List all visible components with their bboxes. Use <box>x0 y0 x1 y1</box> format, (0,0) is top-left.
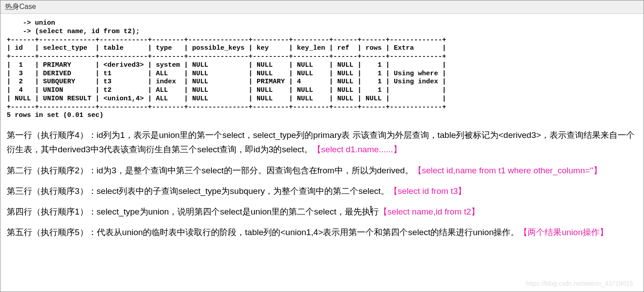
p2-text: 第二行（执行顺序2）：id为3，是整个查询中第三个select的一部分。因查询包… <box>7 166 413 175</box>
paragraph-2: 第二行（执行顺序2）：id为3，是整个查询中第三个select的一部分。因查询包… <box>7 163 637 178</box>
p3-highlight: 【select id from t3】 <box>389 186 466 196</box>
sql-explain-output: -> union -> (select name, id from t2); +… <box>7 19 637 120</box>
paragraph-1: 第一行（执行顺序4）：id列为1，表示是union里的第一个select，sel… <box>7 128 637 157</box>
paragraph-3: 第三行（执行顺序3）：select列表中的子查询select_type为subq… <box>7 184 637 198</box>
watermark: https://blog.csdn.net/weixin_43719015 <box>526 280 633 287</box>
p4-text: 第四行（执行顺序1）：select_type为union，说明第四个select… <box>7 207 379 216</box>
p4-highlight: 【select name,id from t2】 <box>379 207 480 216</box>
title-bar: 热身Case <box>0 0 644 14</box>
p1-highlight: 【select d1.name......】 <box>313 145 402 154</box>
title-text: 热身Case <box>5 3 36 10</box>
paragraph-4: 第四行（执行顺序1）：select_type为union，说明第四个select… <box>7 205 637 219</box>
content-area: -> union -> (select name, id from t2); +… <box>0 14 644 245</box>
p5-highlight: 【两个结果union操作】 <box>519 228 608 237</box>
text-cursor-icon: I <box>369 204 373 215</box>
p5-text: 第五行（执行顺序5）：代表从union的临时表中读取行的阶段，table列的<u… <box>7 228 519 237</box>
p3-text: 第三行（执行顺序3）：select列表中的子查询select_type为subq… <box>7 186 389 196</box>
paragraph-5: 第五行（执行顺序5）：代表从union的临时表中读取行的阶段，table列的<u… <box>7 225 637 240</box>
p2-highlight: 【select id,name from t1 where other_colu… <box>413 166 602 175</box>
